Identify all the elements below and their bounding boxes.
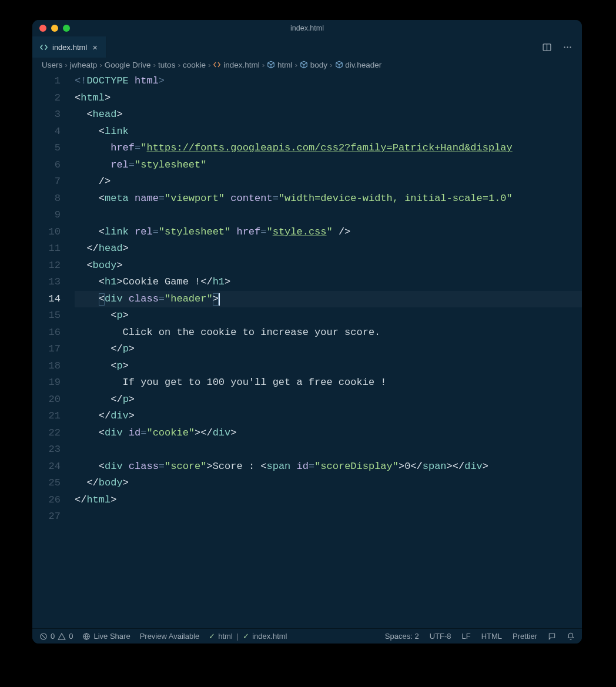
line-number: 16: [32, 324, 61, 341]
code-line[interactable]: <div class="header">: [75, 291, 582, 308]
status-lang-left[interactable]: ✓html | ✓index.html: [209, 632, 287, 641]
code-line[interactable]: <!DOCTYPE html>: [75, 73, 582, 90]
line-number: 23: [32, 441, 61, 458]
line-number: 2: [32, 90, 61, 107]
code-line[interactable]: rel="stylesheet": [75, 157, 582, 174]
code-line[interactable]: <head>: [75, 106, 582, 123]
feedback-icon[interactable]: [548, 632, 556, 641]
breadcrumb-separator: ›: [330, 61, 333, 69]
preview-available[interactable]: Preview Available: [140, 632, 200, 641]
line-number: 19: [32, 374, 61, 391]
svg-line-6: [42, 635, 45, 638]
live-share-button[interactable]: Live Share: [82, 632, 130, 641]
matching-bracket: [99, 293, 105, 306]
breadcrumb-item[interactable]: Google Drive: [105, 61, 151, 69]
code-line[interactable]: <p>: [75, 307, 582, 324]
line-number: 21: [32, 408, 61, 425]
code-line[interactable]: </p>: [75, 341, 582, 358]
code-editor[interactable]: 1234567891011121314151617181920212223242…: [32, 73, 582, 628]
breadcrumb-item[interactable]: body: [300, 61, 327, 69]
breadcrumb-separator: ›: [99, 61, 102, 69]
line-number: 15: [32, 307, 61, 324]
svg-point-3: [567, 46, 568, 48]
line-number: 12: [32, 257, 61, 274]
code-line[interactable]: </head>: [75, 240, 582, 257]
breadcrumb-separator: ›: [262, 61, 265, 69]
indent-button[interactable]: Spaces: 2: [385, 632, 419, 641]
line-number: 14: [32, 291, 61, 308]
code-line[interactable]: If you get to 100 you'll get a free cook…: [75, 374, 582, 391]
code-line[interactable]: <html>: [75, 90, 582, 107]
text-cursor: [219, 293, 220, 306]
line-number: 20: [32, 391, 61, 408]
line-number: 8: [32, 190, 61, 207]
problems-button[interactable]: 0 0: [39, 632, 73, 641]
line-number: 25: [32, 475, 61, 492]
titlebar: index.html: [32, 20, 582, 36]
more-actions-icon[interactable]: [563, 42, 573, 52]
svg-point-2: [564, 46, 565, 48]
breadcrumb-item[interactable]: tutos: [158, 61, 175, 69]
line-number: 26: [32, 492, 61, 509]
notifications-icon[interactable]: [567, 632, 575, 641]
breadcrumb-item[interactable]: jwheatp: [70, 61, 98, 69]
window-title: index.html: [32, 24, 582, 32]
code-line[interactable]: <p>: [75, 358, 582, 375]
eol-button[interactable]: LF: [462, 632, 471, 641]
breadcrumb-separator: ›: [153, 61, 156, 69]
code-line[interactable]: </body>: [75, 475, 582, 492]
line-number: 1: [32, 73, 61, 90]
tab-bar: index.html ×: [32, 36, 582, 58]
breadcrumb-separator: ›: [178, 61, 180, 69]
tab-actions: [542, 36, 582, 58]
line-number: 4: [32, 123, 61, 140]
code-line[interactable]: <div id="cookie"></div>: [75, 425, 582, 442]
breadcrumb-item[interactable]: Users: [42, 61, 62, 69]
line-number: 22: [32, 425, 61, 442]
line-number: 11: [32, 240, 61, 257]
line-number: 6: [32, 157, 61, 174]
encoding-button[interactable]: UTF-8: [430, 632, 451, 641]
svg-point-4: [570, 46, 571, 48]
code-line[interactable]: [75, 508, 582, 525]
breadcrumb-item[interactable]: cookie: [183, 61, 206, 69]
code-line[interactable]: />: [75, 173, 582, 190]
line-number: 10: [32, 224, 61, 241]
code-line[interactable]: Click on the cookie to increase your sco…: [75, 324, 582, 341]
line-number: 3: [32, 106, 61, 123]
code-line[interactable]: <div class="score">Score : <span id="sco…: [75, 458, 582, 475]
breadcrumb-item[interactable]: index.html: [213, 61, 259, 69]
line-number: 27: [32, 508, 61, 525]
formatter-button[interactable]: Prettier: [513, 632, 537, 641]
language-mode[interactable]: HTML: [481, 632, 502, 641]
tab-close-button[interactable]: ×: [91, 43, 99, 52]
line-number: 9: [32, 207, 61, 224]
matching-bracket: [213, 293, 219, 306]
breadcrumb-separator: ›: [294, 61, 297, 69]
line-number: 17: [32, 341, 61, 358]
breadcrumb-item[interactable]: html: [267, 61, 292, 69]
code-line[interactable]: [75, 207, 582, 224]
breadcrumb: Users›jwheatp›Google Drive›tutos›cookie›…: [32, 58, 582, 73]
code-line[interactable]: </html>: [75, 492, 582, 509]
code-line[interactable]: href="https://fonts.googleapis.com/css2?…: [75, 140, 582, 157]
breadcrumb-item[interactable]: div.header: [335, 61, 382, 69]
line-number: 13: [32, 274, 61, 291]
code-line[interactable]: <link rel="stylesheet" href="style.css" …: [75, 224, 582, 241]
code-line[interactable]: <link: [75, 123, 582, 140]
code-line[interactable]: [75, 441, 582, 458]
split-editor-icon[interactable]: [542, 42, 552, 52]
breadcrumb-separator: ›: [65, 61, 68, 69]
code-line[interactable]: <body>: [75, 257, 582, 274]
line-number: 24: [32, 458, 61, 475]
line-number: 7: [32, 173, 61, 190]
line-number: 18: [32, 358, 61, 375]
html-file-icon: [39, 43, 48, 52]
code-line[interactable]: <meta name="viewport" content="width=dev…: [75, 190, 582, 207]
code-line[interactable]: </div>: [75, 408, 582, 425]
tab-index-html[interactable]: index.html ×: [32, 36, 106, 58]
code-content[interactable]: <!DOCTYPE html><html> <head> <link href=…: [75, 73, 582, 628]
code-line[interactable]: <h1>Cookie Game !</h1>: [75, 274, 582, 291]
code-line[interactable]: </p>: [75, 391, 582, 408]
line-number-gutter: 1234567891011121314151617181920212223242…: [32, 73, 75, 628]
